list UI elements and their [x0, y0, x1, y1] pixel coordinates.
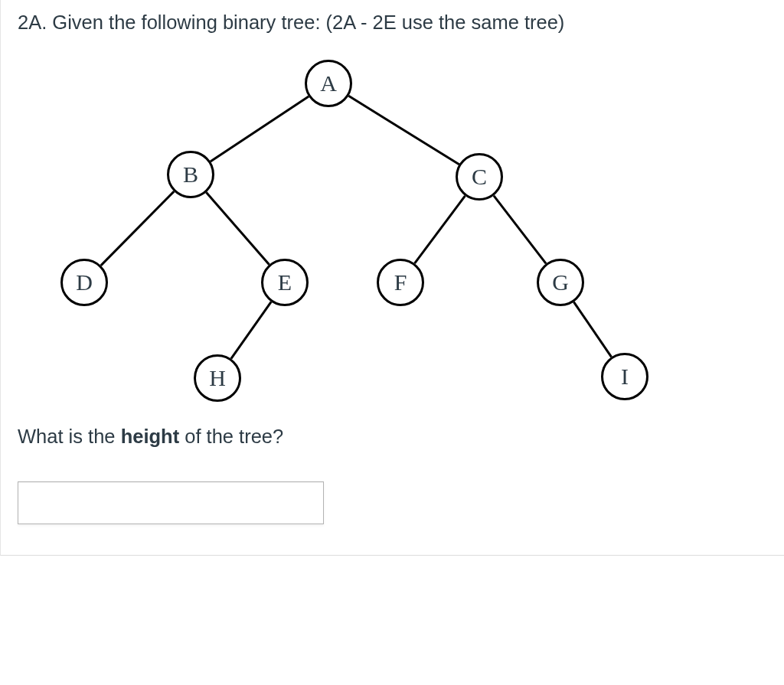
tree-edge [348, 96, 459, 165]
tree-edge [101, 191, 174, 266]
tree-node-b: B [167, 151, 214, 198]
tree-edge [211, 97, 309, 162]
tree-node-a: A [305, 60, 352, 107]
question-container: 2A. Given the following binary tree: (2A… [0, 0, 784, 556]
tree-node-h: H [194, 354, 241, 402]
tree-node-c: C [456, 153, 503, 201]
binary-tree-diagram: ABCDEFGHI [10, 44, 668, 419]
tree-node-i: I [601, 353, 648, 400]
answer-input[interactable] [18, 481, 324, 524]
question-text: What is the height of the tree? [18, 426, 767, 448]
q-post: of the tree? [179, 426, 283, 447]
tree-node-d: D [60, 259, 108, 306]
q-bold: height [121, 426, 180, 447]
tree-edge [494, 196, 546, 264]
q-pre: What is the [18, 426, 121, 447]
tree-node-f: F [377, 259, 424, 306]
tree-edge [231, 302, 271, 359]
tree-edge [206, 193, 269, 265]
tree-node-e: E [261, 259, 309, 306]
prompt-text: 2A. Given the following binary tree: (2A… [18, 9, 767, 35]
tree-edge [573, 302, 611, 357]
tree-node-g: G [537, 259, 584, 306]
tree-edge [415, 196, 466, 263]
